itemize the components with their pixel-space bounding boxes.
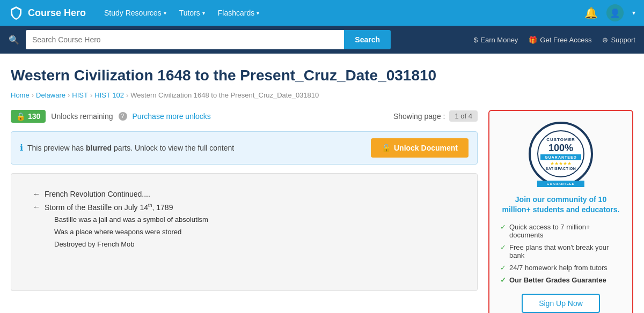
help-icon[interactable]: ? [119, 112, 127, 121]
unlocks-count: 130 [28, 112, 40, 121]
nav-right-icons: 🔔 👤 ▾ [584, 4, 635, 21]
unlock-lock-icon: 🔓 [382, 144, 391, 152]
nav-item-study-resources[interactable]: Study Resources ▾ [99, 5, 172, 20]
nav-item-tutors[interactable]: Tutors ▾ [174, 5, 210, 20]
breadcrumb-home[interactable]: Home [11, 91, 30, 99]
purchase-more-link[interactable]: Purchase more unlocks [133, 112, 211, 121]
profile-caret[interactable]: ▾ [632, 9, 635, 17]
breadcrumb-sep-4: › [126, 91, 128, 99]
content-layout: 🔒 130 Unlocks remaining ? Purchase more … [11, 110, 633, 313]
badge-guaranteed-ribbon: GUARANTEED [540, 154, 581, 160]
unlocks-badge: 🔒 130 [11, 110, 46, 123]
signup-button[interactable]: Sign Up Now [522, 294, 600, 313]
preview-notice: ℹ This preview has blurred parts. Unlock… [11, 131, 478, 165]
avatar[interactable]: 👤 [606, 4, 624, 21]
breadcrumb: Home › Delaware › HIST › HIST 102 › West… [11, 91, 633, 99]
page-title: Western Civilization 1648 to the Present… [11, 66, 633, 85]
search-actions: $ Earn Money 🎁 Get Free Access ⊕ Support [474, 36, 635, 44]
search-input[interactable] [26, 30, 344, 49]
unlock-label: Unlock Document [394, 144, 458, 152]
doc-preview: ← French Revolution Continued.... ← Stor… [11, 173, 478, 291]
search-button[interactable]: Search [344, 30, 391, 49]
check-icon-1: ✓ [500, 223, 506, 231]
support-icon: ⊕ [602, 36, 608, 44]
page-badge: 1 of 4 [449, 110, 478, 122]
badge-inner: CUSTOMER 100% GUARANTEED ★★★★★ SATISFACT… [537, 130, 584, 177]
flashcards-arrow: ▾ [257, 10, 259, 16]
breadcrumb-sep-3: › [90, 91, 92, 99]
breadcrumb-hist[interactable]: HIST [72, 91, 88, 99]
gift-icon: 🎁 [529, 36, 537, 44]
search-bar: 🔍 Search $ Earn Money 🎁 Get Free Access … [0, 26, 644, 54]
nav-item-flashcards[interactable]: Flashcards ▾ [213, 5, 265, 20]
doc-text-3: Bastille was a jail and was a symbol of … [54, 215, 208, 223]
doc-text-4: Was a place where weapons were stored [54, 228, 181, 236]
main-content: Western Civilization 1648 to the Present… [0, 54, 644, 313]
feature-item-3: ✓ 24/7 homework help from tutors [500, 264, 621, 272]
arrow-icon-1: ← [33, 190, 40, 198]
lock-icon: 🔒 [16, 112, 25, 121]
check-icon-4: ✓ [500, 276, 506, 284]
feature-item-4: ✓ Our Better Grades Guarantee [500, 276, 621, 284]
badge-customer-text: CUSTOMER [546, 137, 575, 142]
guarantee-card: CUSTOMER 100% GUARANTEED ★★★★★ SATISFACT… [488, 110, 633, 313]
avatar-icon: 👤 [610, 8, 620, 18]
check-icon-2: ✓ [500, 243, 506, 251]
study-resources-arrow: ▾ [164, 10, 166, 16]
tutors-label: Tutors [179, 9, 200, 17]
nav-items: Study Resources ▾ Tutors ▾ Flashcards ▾ [99, 5, 265, 20]
doc-text-1: French Revolution Continued.... [45, 190, 150, 198]
showing-label: Showing page : [393, 112, 445, 121]
support-label: Support [611, 36, 635, 44]
preview-text-wrap: ℹ This preview has blurred parts. Unlock… [20, 143, 234, 153]
preview-text: This preview has blurred parts. Unlock t… [27, 144, 234, 152]
badge-stars: ★★★★★ [550, 161, 572, 166]
breadcrumb-current: Western Civilization 1648 to the Present… [130, 91, 319, 99]
logo-text: Course Hero [28, 8, 86, 19]
support-link[interactable]: ⊕ Support [602, 36, 635, 44]
feature-item-1: ✓ Quick access to 7 million+ documents [500, 223, 621, 239]
flashcards-label: Flashcards [218, 9, 254, 17]
right-panel: CUSTOMER 100% GUARANTEED ★★★★★ SATISFACT… [488, 110, 633, 313]
search-icon: 🔍 [9, 35, 19, 45]
feature-text-3: 24/7 homework help from tutors [509, 264, 608, 272]
check-icon-3: ✓ [500, 264, 506, 272]
showing-page: Showing page : 1 of 4 [393, 110, 478, 122]
badge-percent: 100% [548, 143, 573, 154]
unlocks-remaining-text: Unlocks remaining [51, 112, 113, 121]
get-free-access-label: Get Free Access [540, 36, 591, 44]
tutors-arrow: ▾ [202, 10, 205, 16]
dollar-icon: $ [474, 36, 478, 44]
guarantee-badge: CUSTOMER 100% GUARANTEED ★★★★★ SATISFACT… [529, 122, 593, 186]
doc-line-5: Destroyed by French Mob [54, 240, 456, 248]
doc-line-2: ← Storm of the Bastille on July 14th, 17… [33, 203, 456, 212]
breadcrumb-sep-1: › [32, 91, 34, 99]
study-resources-label: Study Resources [104, 9, 162, 17]
breadcrumb-sep-2: › [68, 91, 70, 99]
earn-money-label: Earn Money [480, 36, 518, 44]
notification-icon[interactable]: 🔔 [584, 6, 598, 19]
badge-outer: CUSTOMER 100% GUARANTEED ★★★★★ SATISFACT… [529, 122, 593, 186]
breadcrumb-hist102[interactable]: HIST 102 [94, 91, 124, 99]
get-free-access-link[interactable]: 🎁 Get Free Access [529, 36, 591, 44]
breadcrumb-delaware[interactable]: Delaware [36, 91, 65, 99]
doc-line-3: Bastille was a jail and was a symbol of … [54, 215, 456, 223]
badge-satisfaction-text: SATISFACTION [546, 167, 576, 170]
feature-text-4: Our Better Grades Guarantee [509, 276, 606, 284]
left-panel: 🔒 130 Unlocks remaining ? Purchase more … [11, 110, 478, 313]
doc-text-5: Destroyed by French Mob [54, 240, 135, 248]
feature-list: ✓ Quick access to 7 million+ documents ✓… [500, 223, 621, 284]
unlock-document-button[interactable]: 🔓 Unlock Document [371, 138, 469, 158]
logo-area[interactable]: Course Hero [9, 5, 86, 20]
unlocks-left: 🔒 130 Unlocks remaining ? Purchase more … [11, 110, 211, 123]
info-icon: ℹ [20, 143, 23, 153]
community-text: Join our community of 10 million+ studen… [500, 195, 621, 215]
doc-text-2: Storm of the Bastille on July 14th, 1789 [45, 203, 173, 212]
feature-text-1: Quick access to 7 million+ documents [509, 223, 621, 239]
arrow-icon-2: ← [33, 203, 40, 211]
feature-item-2: ✓ Free plans that won't break your bank [500, 243, 621, 259]
earn-money-link[interactable]: $ Earn Money [474, 36, 518, 44]
badge-ribbon: GUARANTEED [537, 181, 584, 187]
feature-text-2: Free plans that won't break your bank [509, 243, 621, 259]
logo-shield-icon [9, 5, 24, 20]
